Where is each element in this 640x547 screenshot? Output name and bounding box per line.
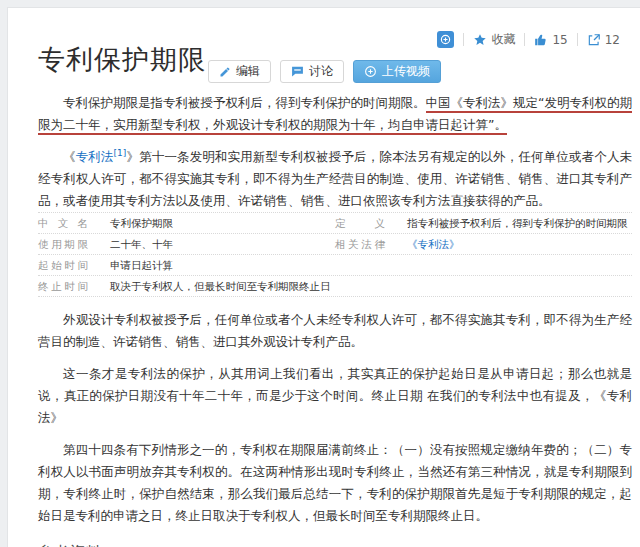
share-count: 12 (605, 33, 620, 47)
paragraph-design-patent: 外观设计专利权被授予后，任何单位或者个人未经专利权人许可，都不得实施其专利，即不… (38, 309, 632, 353)
divider (463, 33, 464, 46)
table-row: 起始时间 申请日起计算 (38, 255, 632, 276)
page-title: 专利保护期限 (38, 42, 206, 78)
table-row: 终止时间 取决于专利权人，但最长时间至专利期限终止日 (38, 276, 632, 297)
references-heading: 参考资料 (38, 541, 632, 547)
action-bar: 收藏 15 12 (437, 31, 620, 48)
info-label: 起始时间 (38, 255, 88, 275)
article-body: 专利保护期限是指专利被授予权利后，得到专利保护的时间期限。中国《专利法》规定“发… (38, 92, 632, 547)
title-toolbar: 编辑 讨论 上传视频 (208, 60, 441, 83)
paragraph-article44: 第四十四条有下列情形之一的，专利权在期限届满前终止：（一）没有按照规定缴纳年费的… (38, 439, 632, 527)
edit-button[interactable]: 编辑 (208, 60, 271, 83)
speech-bubble-icon (291, 65, 304, 78)
basic-info-table: 中文名 专利保护期限 定义 指专利被授予权利后，得到专利保护的时间期限 使用期限… (38, 212, 632, 297)
like-button[interactable]: 15 (534, 33, 567, 47)
share-icon (587, 33, 601, 47)
bracket-open: 《 (63, 149, 76, 164)
related-law-link[interactable]: 《专利法》 (407, 234, 460, 254)
like-count: 15 (552, 33, 567, 47)
discuss-button[interactable]: 讨论 (280, 60, 344, 83)
table-row: 中文名 专利保护期限 定义 指专利被授予权利后，得到专利保护的时间期限 (38, 213, 632, 234)
pencil-icon (219, 66, 231, 78)
info-value: 取决于专利权人，但最长时间至专利期限终止日 (110, 276, 331, 296)
star-icon (473, 33, 487, 47)
info-label: 终止时间 (38, 276, 88, 296)
info-label: 定义 (335, 213, 385, 233)
patent-law-link[interactable]: 专利法 (76, 149, 114, 164)
upload-video-button[interactable]: 上传视频 (353, 60, 441, 83)
law-article11-text: 》第十一条发明和实用新型专利权被授予后，除本法另有规定的以外，任何单位或者个人未… (38, 149, 632, 208)
discuss-label: 讨论 (309, 63, 333, 80)
plus-badge-icon[interactable] (437, 31, 454, 48)
info-value: 专利保护期限 (110, 213, 173, 233)
paragraph-law-article11: 《专利法[1]》第十一条发明和实用新型专利权被授予后，除本法另有规定的以外，任何… (38, 146, 632, 212)
table-row: 使用期限 二十年、十年 相关法律 《专利法》 (38, 234, 632, 255)
info-label: 相关法律 (335, 234, 385, 254)
share-button[interactable]: 12 (587, 33, 620, 47)
paragraph-intro: 专利保护期限是指专利被授予权利后，得到专利保护的时间期限。中国《专利法》规定“发… (38, 92, 632, 136)
edit-label: 编辑 (236, 63, 260, 80)
plus-circle-icon (364, 65, 377, 78)
paragraph-real-protection: 这一条才是专利法的保护，从其用词上我们看出，其实真正的保护起始日是从申请日起；那… (38, 363, 632, 429)
plus-icon (440, 34, 451, 45)
info-value: 指专利被授予权利后，得到专利保护的时间期限 (407, 213, 628, 233)
divider (577, 33, 578, 46)
info-label: 中文名 (38, 213, 88, 233)
content-panel: 收藏 15 12 专利保护期限 编辑 (7, 7, 640, 547)
upload-video-label: 上传视频 (382, 63, 430, 80)
intro-text: 专利保护期限是指专利被授予权利后，得到专利保护的时间期限。 (63, 95, 426, 110)
favorite-label: 收藏 (491, 31, 515, 48)
info-label: 使用期限 (38, 234, 88, 254)
citation-sup-link[interactable]: [1] (114, 148, 127, 158)
thumbs-up-icon (534, 33, 548, 47)
favorite-button[interactable]: 收藏 (473, 31, 515, 48)
divider (524, 33, 525, 46)
info-value: 二十年、十年 (110, 234, 173, 254)
info-value: 申请日起计算 (110, 255, 173, 275)
